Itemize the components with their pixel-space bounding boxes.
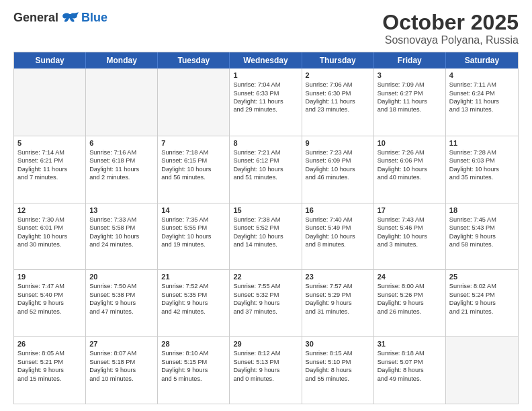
day-number-17: 17	[378, 206, 442, 214]
calendar-cell-day-5: 5Sunrise: 7:14 AMSunset: 6:21 PMDaylight…	[14, 136, 86, 203]
weekday-header-friday: Friday	[374, 52, 446, 68]
cell-line-18-1: Sunset: 5:43 PM	[449, 224, 515, 232]
cell-line-30-3: and 55 minutes.	[306, 375, 370, 383]
logo-bird-icon	[62, 11, 79, 25]
cell-line-16-0: Sunrise: 7:40 AM	[306, 216, 370, 224]
cell-line-24-3: and 26 minutes.	[378, 308, 442, 316]
cell-line-12-0: Sunrise: 7:30 AM	[17, 216, 82, 224]
day-number-25: 25	[449, 273, 515, 281]
cell-line-31-3: and 49 minutes.	[378, 375, 442, 383]
calendar-cell-day-19: 19Sunrise: 7:47 AMSunset: 5:40 PMDayligh…	[14, 270, 86, 336]
cell-line-13-0: Sunrise: 7:33 AM	[89, 216, 154, 224]
cell-line-18-0: Sunrise: 7:45 AM	[449, 216, 515, 224]
cell-line-30-2: Daylight: 8 hours	[306, 366, 370, 374]
calendar-cell-empty	[86, 68, 158, 136]
cell-line-8-3: and 51 minutes.	[233, 173, 298, 181]
cell-line-11-3: and 35 minutes.	[449, 173, 515, 181]
cell-line-28-2: Daylight: 9 hours	[161, 366, 226, 374]
day-number-6: 6	[89, 139, 154, 147]
cell-line-27-0: Sunrise: 8:07 AM	[89, 349, 154, 357]
cell-line-23-2: Daylight: 9 hours	[306, 299, 370, 307]
cell-line-11-0: Sunrise: 7:28 AM	[449, 148, 515, 156]
weekday-header-wednesday: Wednesday	[230, 52, 302, 68]
cell-line-6-3: and 2 minutes.	[89, 173, 154, 181]
cell-line-15-3: and 14 minutes.	[233, 240, 298, 248]
cell-line-16-2: Daylight: 10 hours	[306, 232, 370, 240]
calendar-cell-day-31: 31Sunrise: 8:18 AMSunset: 5:07 PMDayligh…	[374, 337, 446, 404]
weekday-header-sunday: Sunday	[14, 52, 86, 68]
cell-line-8-0: Sunrise: 7:21 AM	[233, 148, 298, 156]
cell-line-23-3: and 31 minutes.	[306, 308, 370, 316]
cell-line-6-0: Sunrise: 7:16 AM	[89, 148, 154, 156]
cell-line-31-2: Daylight: 8 hours	[378, 366, 442, 374]
day-number-8: 8	[233, 139, 298, 147]
cell-line-27-1: Sunset: 5:18 PM	[89, 358, 154, 366]
cell-line-9-2: Daylight: 10 hours	[306, 165, 370, 173]
cell-line-18-3: and 58 minutes.	[449, 240, 515, 248]
cell-line-25-0: Sunrise: 8:02 AM	[449, 282, 515, 290]
cell-line-31-1: Sunset: 5:07 PM	[378, 358, 442, 366]
cell-line-9-1: Sunset: 6:09 PM	[306, 156, 370, 165]
calendar-cell-day-3: 3Sunrise: 7:09 AMSunset: 6:27 PMDaylight…	[374, 68, 446, 136]
calendar-cell-day-30: 30Sunrise: 8:15 AMSunset: 5:10 PMDayligh…	[302, 337, 374, 404]
location-title: Sosnovaya Polyana, Russia	[382, 34, 519, 46]
logo-area: General Blue	[13, 11, 107, 25]
cell-line-10-1: Sunset: 6:06 PM	[378, 156, 442, 165]
calendar-cell-day-13: 13Sunrise: 7:33 AMSunset: 5:58 PMDayligh…	[86, 203, 158, 270]
day-number-27: 27	[89, 340, 154, 348]
cell-line-5-1: Sunset: 6:21 PM	[17, 156, 82, 165]
cell-line-4-0: Sunrise: 7:11 AM	[449, 81, 515, 89]
cell-line-3-1: Sunset: 6:27 PM	[378, 89, 442, 97]
day-number-30: 30	[306, 340, 370, 348]
cell-line-26-3: and 15 minutes.	[17, 375, 82, 383]
cell-line-3-3: and 18 minutes.	[378, 105, 442, 113]
cell-line-2-2: Daylight: 11 hours	[306, 97, 370, 105]
calendar-cell-empty	[446, 337, 518, 404]
cell-line-5-0: Sunrise: 7:14 AM	[17, 148, 82, 156]
cell-line-11-1: Sunset: 6:03 PM	[449, 156, 515, 165]
weekday-header-thursday: Thursday	[302, 52, 374, 68]
day-number-10: 10	[378, 139, 442, 147]
day-number-1: 1	[233, 71, 298, 79]
calendar-cell-day-1: 1Sunrise: 7:04 AMSunset: 6:33 PMDaylight…	[230, 68, 302, 136]
cell-line-29-3: and 0 minutes.	[233, 375, 298, 383]
cell-line-14-3: and 19 minutes.	[161, 240, 226, 248]
cell-line-14-0: Sunrise: 7:35 AM	[161, 216, 226, 224]
page: General Blue October 2025 Sosnovaya Poly…	[0, 0, 532, 411]
calendar-cell-day-12: 12Sunrise: 7:30 AMSunset: 6:01 PMDayligh…	[14, 203, 86, 270]
calendar-cell-day-16: 16Sunrise: 7:40 AMSunset: 5:49 PMDayligh…	[302, 203, 374, 270]
cell-line-24-0: Sunrise: 8:00 AM	[378, 282, 442, 290]
day-number-2: 2	[306, 71, 370, 79]
cell-line-22-2: Daylight: 9 hours	[233, 299, 298, 307]
cell-line-29-2: Daylight: 9 hours	[233, 366, 298, 374]
cell-line-23-1: Sunset: 5:29 PM	[306, 291, 370, 299]
calendar-cell-day-8: 8Sunrise: 7:21 AMSunset: 6:12 PMDaylight…	[230, 136, 302, 203]
day-number-18: 18	[449, 206, 515, 214]
calendar-body: 1Sunrise: 7:04 AMSunset: 6:33 PMDaylight…	[14, 68, 518, 404]
cell-line-24-2: Daylight: 9 hours	[378, 299, 442, 307]
cell-line-21-3: and 42 minutes.	[161, 308, 226, 316]
calendar-cell-day-4: 4Sunrise: 7:11 AMSunset: 6:24 PMDaylight…	[446, 68, 518, 136]
cell-line-22-1: Sunset: 5:32 PM	[233, 291, 298, 299]
calendar-cell-day-18: 18Sunrise: 7:45 AMSunset: 5:43 PMDayligh…	[446, 203, 518, 270]
calendar-cell-day-28: 28Sunrise: 8:10 AMSunset: 5:15 PMDayligh…	[158, 337, 230, 404]
cell-line-30-1: Sunset: 5:10 PM	[306, 358, 370, 366]
cell-line-11-2: Daylight: 10 hours	[449, 165, 515, 173]
cell-line-20-3: and 47 minutes.	[89, 308, 154, 316]
cell-line-6-1: Sunset: 6:18 PM	[89, 156, 154, 165]
logo-general: General	[13, 11, 58, 25]
day-number-4: 4	[449, 71, 515, 79]
cell-line-4-1: Sunset: 6:24 PM	[449, 89, 515, 97]
cell-line-1-2: Daylight: 11 hours	[233, 97, 298, 105]
logo-blue: Blue	[81, 11, 107, 25]
calendar-cell-day-15: 15Sunrise: 7:38 AMSunset: 5:52 PMDayligh…	[230, 203, 302, 270]
calendar-cell-day-29: 29Sunrise: 8:12 AMSunset: 5:13 PMDayligh…	[230, 337, 302, 404]
weekday-header-saturday: Saturday	[446, 52, 518, 68]
day-number-29: 29	[233, 340, 298, 348]
calendar-cell-day-17: 17Sunrise: 7:43 AMSunset: 5:46 PMDayligh…	[374, 203, 446, 270]
cell-line-29-0: Sunrise: 8:12 AM	[233, 349, 298, 357]
cell-line-5-3: and 7 minutes.	[17, 173, 82, 181]
cell-line-3-2: Daylight: 11 hours	[378, 97, 442, 105]
cell-line-21-0: Sunrise: 7:52 AM	[161, 282, 226, 290]
cell-line-26-0: Sunrise: 8:05 AM	[17, 349, 82, 357]
